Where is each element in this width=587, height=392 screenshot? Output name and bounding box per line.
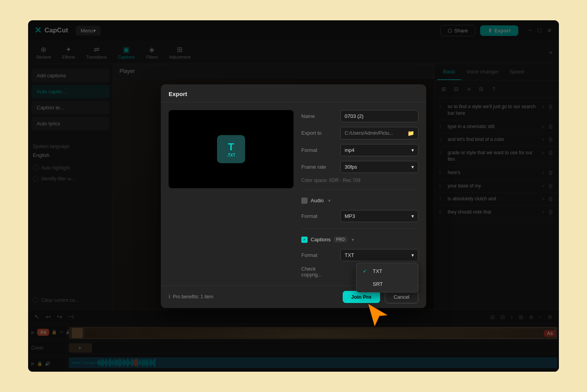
preview-t-icon: T	[228, 141, 234, 153]
chevron-down-icon: ▾	[411, 164, 414, 170]
chevron-down-icon: ▾	[411, 252, 414, 258]
audio-checkbox[interactable]	[301, 198, 308, 204]
divider	[301, 189, 418, 190]
captions-checkbox[interactable]: ✓	[301, 237, 308, 243]
captions-format-wrap: TXT ▾ ✓ TXT SRT	[340, 249, 418, 261]
captions-section-header: ✓ Captions PRO ▾	[301, 235, 418, 244]
browse-icon[interactable]: 📁	[407, 130, 414, 136]
export-path[interactable]: C:/Users/Admin/Pictu... 📁	[340, 127, 418, 139]
color-space-info: Color space: SDR - Rec.709	[301, 178, 418, 183]
captions-format-row: Format TXT ▾ ✓ TXT	[301, 249, 418, 261]
frame-rate-label: Frame rate	[301, 164, 336, 170]
audio-format-row: Format MP3 ▾	[301, 210, 418, 222]
audio-format-label: Format	[301, 213, 336, 219]
preview-icon: T .TXT	[217, 135, 245, 163]
format-select[interactable]: mp4 ▾	[340, 144, 418, 156]
footer-info: ℹ Pro benefits: 1 item	[169, 294, 338, 299]
audio-format-select[interactable]: MP3 ▾	[340, 210, 418, 222]
dropdown-srt[interactable]: SRT	[356, 278, 418, 290]
name-row: Name	[301, 110, 418, 122]
join-pro-button[interactable]: Join Pro	[343, 291, 380, 303]
modal-title: Export	[161, 84, 426, 102]
name-label: Name	[301, 113, 336, 119]
check-copyright-label: Check copyrig...	[301, 266, 336, 278]
svg-marker-0	[368, 304, 387, 326]
frame-rate-select[interactable]: 30fps ▾	[340, 161, 418, 173]
modal-fields: Name Export to C:/Users/Admin/Pictu... 📁	[301, 110, 418, 278]
format-label: Format	[301, 147, 336, 153]
frame-rate-row: Frame rate 30fps ▾	[301, 161, 418, 173]
captions-section-label: Captions	[311, 237, 331, 242]
captions-format-select[interactable]: TXT ▾	[340, 249, 418, 261]
export-to-label: Export to	[301, 130, 336, 136]
modal-body: T .TXT Name Export to C:/User	[161, 102, 426, 285]
audio-section-label: Audio	[311, 198, 324, 203]
export-preview: T .TXT	[169, 110, 294, 188]
dropdown-txt[interactable]: ✓ TXT	[356, 265, 418, 278]
captions-format-label: Format	[301, 252, 336, 258]
app-window: ✕ CapCut Menu▾ ⬡ Share ⬆ Export − □ ✕ ⊕ …	[28, 20, 559, 372]
audio-expand-icon[interactable]: ▾	[328, 198, 331, 203]
preview-txt-label: .TXT	[227, 153, 235, 157]
export-to-row: Export to C:/Users/Admin/Pictu... 📁	[301, 127, 418, 139]
modal-overlay: Export T .TXT Name	[28, 20, 559, 372]
export-modal: Export T .TXT Name	[161, 84, 426, 308]
cursor-arrow	[368, 304, 387, 328]
format-row: Format mp4 ▾	[301, 144, 418, 156]
name-input[interactable]	[340, 110, 418, 122]
captions-expand-icon[interactable]: ▾	[352, 237, 354, 242]
chevron-down-icon: ▾	[411, 213, 414, 219]
pro-badge: PRO	[334, 237, 347, 242]
format-dropdown: ✓ TXT SRT	[356, 263, 418, 292]
chevron-down-icon: ▾	[411, 147, 414, 153]
check-icon: ✓	[363, 268, 369, 274]
divider-2	[301, 228, 418, 229]
audio-section-header: Audio ▾	[301, 196, 418, 205]
info-icon: ℹ	[169, 294, 171, 299]
